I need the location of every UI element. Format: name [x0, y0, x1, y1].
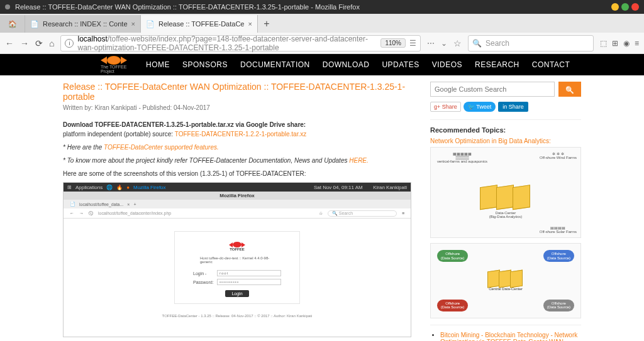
navigation-toolbar: ← → ⟳ ⌂ i localhost/toffee-website/index… [0, 33, 644, 54]
screenshot-login: ⊞Applications 🌐🔥●Mozilla Firefox Sat Nov… [63, 182, 411, 337]
tab-close-icon[interactable]: × [131, 20, 135, 28]
recommended-heading: Recommended Topics: [430, 126, 581, 134]
related-list: Bitcoin Mining - Blockchain Technology -… [430, 332, 581, 341]
tab-research[interactable]: 📄 Research :: INDEX :: Conte × [25, 15, 141, 33]
home-button[interactable]: ⌂ [49, 38, 54, 48]
reader-mode-icon[interactable]: ☰ [409, 39, 416, 48]
diagram-offshore: Offshore (Data Source) Offshore (Data So… [430, 243, 581, 318]
page-title: Release :: TOFFEE-DataCenter WAN Optimiz… [63, 82, 411, 102]
forward-button[interactable]: → [20, 38, 29, 48]
tab-strip: 🏠 📄 Research :: INDEX :: Conte × 📄 Relea… [0, 14, 644, 33]
nav-download[interactable]: DOWNLOAD [323, 60, 370, 69]
docs-line: * To know more about the project kindly … [63, 156, 411, 165]
back-button[interactable]: ← [5, 38, 14, 48]
byline: Written by: Kiran Kankipati - Published:… [63, 104, 411, 111]
nav-sponsors[interactable]: SPONSORS [182, 60, 228, 69]
site-header: The TOFFEE Project HOME SPONSORS DOCUMEN… [0, 54, 644, 75]
nav-updates[interactable]: UPDATES [382, 60, 419, 69]
zoom-badge[interactable]: 110% [380, 38, 406, 48]
ext-icon[interactable]: ⊞ [612, 39, 618, 48]
custom-search [430, 82, 581, 97]
overflow-menu-icon[interactable]: ⋯ [427, 39, 435, 48]
download-line: Download TOFFEE-DATACENTER-1.3.25-1-port… [63, 120, 411, 139]
diagram-big-data: ▦▦▦▦▦▒▒▒▒▒vertical-farms and aquaponics … [430, 147, 581, 238]
nav-research[interactable]: RESEARCH [475, 60, 519, 69]
download-link[interactable]: TOFFEE-DATACENTER-1.2.2-1-portable.tar.x… [175, 131, 307, 138]
favicon-icon: 📄 [146, 20, 155, 28]
nav-contact[interactable]: CONTACT [532, 60, 570, 69]
tweet-button[interactable]: 🐦 Tweet [464, 102, 496, 112]
features-link[interactable]: TOFFEE-DataCenter supported features. [104, 144, 219, 151]
tab-close-icon[interactable]: × [248, 20, 252, 28]
app-indicator-icon [5, 4, 10, 9]
logo-text: The TOFFEE Project [101, 65, 127, 73]
docs-link[interactable]: HERE. [349, 157, 369, 164]
reload-button[interactable]: ⟳ [35, 38, 43, 48]
article: Release :: TOFFEE-DataCenter WAN Optimiz… [63, 82, 418, 341]
screenshots-intro: Here are some of the screenshots of this… [63, 169, 411, 178]
tab-label: Release :: TOFFEE-DataCe [158, 20, 245, 28]
page-content: Release :: TOFFEE-DataCenter WAN Optimiz… [0, 75, 644, 341]
site-logo[interactable]: The TOFFEE Project [101, 56, 127, 73]
custom-search-input[interactable] [430, 82, 555, 97]
home-icon: 🏠 [8, 20, 17, 28]
favicon-icon: 📄 [30, 20, 39, 28]
minimize-icon[interactable] [611, 3, 619, 11]
pocket-icon[interactable]: ⌄ [441, 39, 447, 48]
site-info-icon[interactable]: i [65, 39, 74, 48]
search-icon [565, 85, 574, 94]
linkedin-share-button[interactable]: in Share [498, 102, 528, 112]
desktop-titlebar: Release :: TOFFEE-DataCenter WAN Optimiz… [0, 0, 644, 14]
sidebar: g+ Share 🐦 Tweet in Share Recommended To… [430, 82, 581, 341]
pinned-tab-home[interactable]: 🏠 [0, 15, 25, 33]
hamburger-menu-icon[interactable]: ≡ [635, 39, 639, 48]
window-controls [611, 3, 639, 11]
url-input[interactable]: i localhost/toffee-website/index.php?pag… [60, 35, 421, 51]
search-icon: 🔍 [472, 39, 482, 48]
tab-release[interactable]: 📄 Release :: TOFFEE-DataCe × [141, 15, 258, 33]
related-link[interactable]: Bitcoin Mining - Blockchain Technology -… [440, 332, 577, 341]
window-title: Release :: TOFFEE-DataCenter WAN Optimiz… [15, 3, 360, 11]
maximize-icon[interactable] [621, 3, 629, 11]
search-placeholder: Search [486, 39, 509, 48]
topic-link[interactable]: Network Optimization in Big Data Analyti… [430, 138, 581, 144]
share-buttons: g+ Share 🐦 Tweet in Share [430, 102, 581, 112]
browser-search-input[interactable]: 🔍 Search [468, 35, 594, 51]
ext-icon[interactable]: ◉ [623, 39, 630, 48]
nav-documentation[interactable]: DOCUMENTATION [240, 60, 310, 69]
bookmark-star-icon[interactable]: ☆ [453, 38, 462, 48]
features-line: * Here are the TOFFEE-DataCenter support… [63, 143, 411, 152]
tab-label: Research :: INDEX :: Conte [43, 20, 128, 28]
nav-home[interactable]: HOME [146, 60, 170, 69]
gplus-share-button[interactable]: g+ Share [430, 102, 461, 112]
url-text: localhost/toffee-website/index.php?page=… [77, 35, 377, 52]
ext-icon[interactable]: ⬚ [600, 39, 607, 48]
close-icon[interactable] [631, 3, 639, 11]
custom-search-button[interactable] [558, 82, 581, 97]
extension-icons: ⬚ ⊞ ◉ ≡ [600, 39, 639, 48]
new-tab-button[interactable]: + [258, 15, 275, 33]
nav-videos[interactable]: VIDEOS [432, 60, 462, 69]
